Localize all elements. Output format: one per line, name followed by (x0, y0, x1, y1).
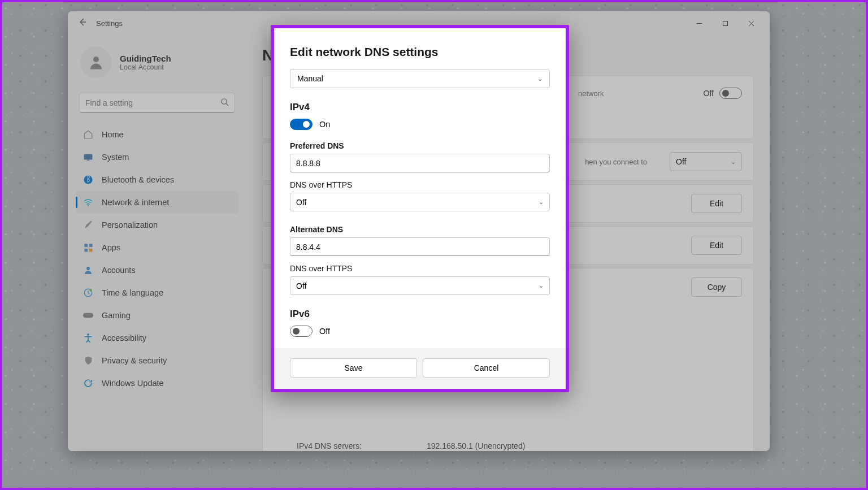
doh-label-1: DNS over HTTPS (290, 180, 550, 189)
svg-rect-1 (723, 21, 727, 25)
assignment-dropdown[interactable]: Manual⌄ (290, 69, 550, 88)
user-icon (88, 54, 105, 71)
back-arrow-icon (78, 18, 87, 27)
nav-home[interactable]: Home (76, 123, 238, 146)
nav-gaming[interactable]: Gaming (76, 304, 238, 327)
user-block[interactable]: GuidingTech Local Account (76, 41, 238, 89)
nav-update[interactable]: Windows Update (76, 372, 238, 394)
nav-network[interactable]: Network & internet (76, 191, 238, 214)
search-box[interactable] (79, 93, 235, 113)
minimize-button[interactable] (686, 14, 712, 32)
account-icon (83, 264, 94, 276)
nav-list: Home System Bluetooth & devices Network … (76, 123, 238, 394)
apps-icon (83, 242, 94, 253)
svg-point-9 (84, 176, 93, 184)
wifi-icon (83, 197, 94, 208)
info-key: IPv4 DNS servers: (297, 441, 427, 450)
svg-rect-18 (83, 313, 93, 318)
dialog-footer: Save Cancel (274, 348, 566, 389)
shield-icon (83, 355, 94, 366)
nav-label: Home (102, 130, 124, 139)
doh-dropdown-2[interactable]: Off⌄ (290, 276, 550, 295)
ipv6-toggle-label: Off (319, 327, 330, 336)
svg-point-15 (86, 267, 90, 270)
nav-label: Apps (102, 243, 120, 252)
preferred-dns-label: Preferred DNS (290, 141, 550, 150)
nav-label: Windows Update (102, 379, 164, 388)
nav-system[interactable]: System (76, 146, 238, 168)
search-icon (220, 98, 229, 108)
nav-label: Bluetooth & devices (102, 175, 174, 184)
close-button[interactable] (738, 14, 764, 32)
nav-accessibility[interactable]: Accessibility (76, 327, 238, 349)
nav-accounts[interactable]: Accounts (76, 259, 238, 281)
ipv4-toggle[interactable] (290, 119, 313, 130)
nav-apps[interactable]: Apps (76, 236, 238, 259)
profile-dropdown[interactable]: Off⌄ (670, 152, 742, 171)
clock-icon (83, 287, 94, 298)
dns-edit-dialog: Edit network DNS settings Manual⌄ IPv4 O… (271, 25, 569, 392)
home-icon (83, 129, 94, 140)
user-type: Local Account (120, 63, 171, 71)
chevron-down-icon: ⌄ (539, 282, 544, 289)
edit-button-2[interactable]: Edit (691, 236, 742, 255)
svg-point-4 (93, 57, 99, 62)
toggle-label: Off (704, 89, 714, 98)
svg-rect-7 (84, 154, 93, 160)
alternate-dns-input[interactable] (290, 237, 550, 256)
nav-label: Network & internet (102, 198, 169, 207)
edit-button-1[interactable]: Edit (691, 194, 742, 213)
svg-point-5 (222, 99, 227, 104)
svg-rect-14 (89, 248, 92, 251)
app-title: Settings (96, 19, 123, 28)
accessibility-icon (83, 332, 94, 344)
cancel-button[interactable]: Cancel (423, 358, 550, 378)
nav-label: Time & language (102, 288, 163, 297)
svg-point-10 (88, 205, 89, 206)
gaming-icon (83, 310, 94, 321)
ipv4-heading: IPv4 (290, 102, 550, 113)
nav-label: Accessibility (102, 333, 146, 342)
back-button[interactable] (73, 18, 92, 29)
save-button[interactable]: Save (290, 358, 417, 378)
ipv4-toggle-label: On (319, 120, 330, 129)
nav-label: System (102, 153, 129, 162)
ipv6-toggle[interactable] (290, 326, 313, 337)
metered-toggle[interactable] (719, 88, 742, 99)
nav-personalization[interactable]: Personalization (76, 214, 238, 236)
nav-label: Personalization (102, 220, 158, 229)
update-icon (83, 378, 94, 389)
system-icon (83, 151, 94, 163)
doh-dropdown-1[interactable]: Off⌄ (290, 193, 550, 211)
close-icon (748, 20, 754, 27)
sidebar: GuidingTech Local Account Home System Bl… (68, 35, 246, 451)
copy-button[interactable]: Copy (691, 277, 742, 297)
svg-point-19 (87, 333, 89, 336)
nav-time[interactable]: Time & language (76, 281, 238, 304)
svg-rect-11 (84, 244, 88, 247)
dialog-title: Edit network DNS settings (290, 45, 550, 59)
user-name: GuidingTech (120, 54, 171, 63)
maximize-button[interactable] (712, 14, 738, 32)
svg-line-6 (226, 103, 228, 106)
chevron-down-icon: ⌄ (731, 158, 736, 166)
brush-icon (83, 219, 94, 231)
chevron-down-icon: ⌄ (539, 198, 544, 206)
svg-rect-12 (89, 244, 92, 247)
nav-label: Privacy & security (102, 356, 167, 365)
nav-label: Gaming (102, 311, 131, 320)
nav-bluetooth[interactable]: Bluetooth & devices (76, 168, 238, 191)
info-val: 192.168.50.1 (Unencrypted) (427, 441, 525, 450)
bluetooth-icon (83, 174, 94, 185)
minimize-icon (696, 20, 702, 27)
nav-label: Accounts (102, 266, 136, 275)
chevron-down-icon: ⌄ (537, 75, 542, 83)
search-input[interactable] (85, 98, 220, 107)
info-row: IPv4 DNS servers: 192.168.50.1 (Unencryp… (263, 436, 753, 451)
svg-rect-13 (84, 248, 88, 251)
avatar (80, 46, 112, 78)
row-desc: network (578, 89, 604, 98)
nav-privacy[interactable]: Privacy & security (76, 349, 238, 372)
preferred-dns-input[interactable] (290, 154, 550, 172)
row-desc: hen you connect to (585, 158, 647, 166)
